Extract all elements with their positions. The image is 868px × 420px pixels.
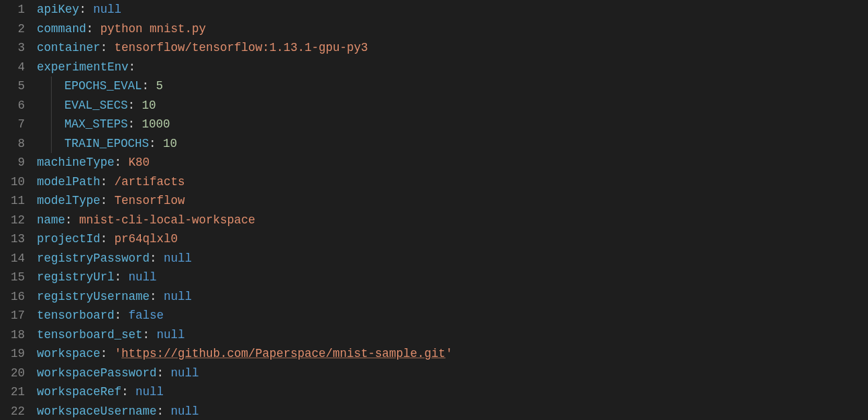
- code-line[interactable]: workspaceRef: null: [37, 382, 868, 402]
- code-line[interactable]: registryPassword: null: [37, 249, 868, 268]
- line-number: 7: [0, 115, 25, 134]
- yaml-key: apiKey: [37, 0, 79, 19]
- yaml-value-null: null: [164, 249, 192, 268]
- code-line[interactable]: EVAL_SECS: 10: [37, 96, 868, 115]
- yaml-value-null: null: [129, 268, 157, 287]
- colon: :: [142, 76, 156, 96]
- code-line[interactable]: container: tensorflow/tensorflow:1.13.1-…: [37, 38, 868, 58]
- colon: :: [101, 38, 115, 58]
- yaml-key: modelPath: [37, 172, 101, 192]
- line-number: 21: [0, 382, 25, 402]
- code-content[interactable]: apiKey: null command: python mnist.py co…: [37, 0, 868, 420]
- line-number: 16: [0, 287, 25, 307]
- line-number: 22: [0, 402, 25, 421]
- indent-guide-icon: [51, 115, 52, 134]
- yaml-key: machineType: [37, 153, 115, 172]
- line-number: 14: [0, 249, 25, 268]
- code-line[interactable]: EPOCHS_EVAL: 5: [37, 76, 868, 96]
- code-line[interactable]: projectId: pr64qlxl0: [37, 229, 868, 249]
- yaml-value-null: null: [93, 0, 121, 19]
- yaml-key: workspace: [37, 344, 101, 364]
- colon: :: [128, 115, 142, 134]
- colon: :: [143, 325, 157, 345]
- colon: :: [149, 134, 163, 154]
- yaml-value-string: python mnist.py: [101, 19, 207, 39]
- yaml-key: name: [37, 211, 65, 230]
- quote: ': [445, 344, 453, 364]
- code-line[interactable]: MAX_STEPS: 1000: [37, 115, 868, 134]
- colon: :: [87, 19, 101, 39]
- yaml-key: registryUrl: [37, 268, 115, 287]
- yaml-value-string: mnist-cli-local-workspace: [79, 211, 256, 230]
- yaml-value-number: 10: [142, 96, 156, 115]
- code-line[interactable]: workspaceUsername: null: [37, 402, 868, 421]
- yaml-key: TRAIN_EPOCHS: [64, 134, 149, 154]
- yaml-value-number: 5: [156, 76, 164, 96]
- yaml-value-bool: false: [129, 306, 164, 325]
- code-line[interactable]: experimentEnv:: [37, 58, 868, 77]
- yaml-key: command: [37, 19, 87, 39]
- line-number: 12: [0, 211, 25, 230]
- code-line[interactable]: workspacePassword: null: [37, 364, 868, 383]
- yaml-value-string: tensorflow/tensorflow:1.13.1-gpu-py3: [115, 38, 368, 58]
- colon: :: [101, 229, 115, 249]
- indent-guide-icon: [51, 76, 52, 96]
- code-line[interactable]: modelPath: /artifacts: [37, 172, 868, 192]
- code-line[interactable]: workspace: 'https://github.com/Paperspac…: [37, 344, 868, 364]
- yaml-key: tensorboard_set: [37, 325, 143, 345]
- code-line[interactable]: apiKey: null: [37, 0, 868, 19]
- code-line[interactable]: tensorboard_set: null: [37, 325, 868, 345]
- line-number: 5: [0, 76, 25, 96]
- yaml-value-string: pr64qlxl0: [115, 229, 178, 249]
- colon: :: [121, 382, 135, 402]
- code-line[interactable]: tensorboard: false: [37, 306, 868, 325]
- line-number: 18: [0, 325, 25, 345]
- line-number-gutter: 1 2 3 4 5 6 7 8 9 10 11 12 13 14 15 16 1…: [0, 0, 37, 420]
- yaml-key: workspaceRef: [37, 382, 121, 402]
- yaml-value-string: /artifacts: [115, 172, 185, 192]
- yaml-key: MAX_STEPS: [64, 115, 128, 134]
- yaml-key: modelType: [37, 191, 101, 211]
- line-number: 3: [0, 38, 25, 58]
- colon: :: [157, 402, 171, 421]
- yaml-key: experimentEnv: [37, 58, 129, 77]
- yaml-key: projectId: [37, 229, 101, 249]
- yaml-key: EVAL_SECS: [64, 96, 128, 115]
- line-number: 19: [0, 344, 25, 364]
- code-line[interactable]: name: mnist-cli-local-workspace: [37, 211, 868, 230]
- code-line[interactable]: registryUsername: null: [37, 287, 868, 307]
- line-number: 11: [0, 191, 25, 211]
- yaml-value-string: K80: [129, 153, 150, 172]
- code-line[interactable]: TRAIN_EPOCHS: 10: [37, 134, 868, 154]
- yaml-key: EPOCHS_EVAL: [64, 76, 142, 96]
- colon: :: [157, 364, 171, 383]
- colon: :: [115, 268, 129, 287]
- code-editor[interactable]: 1 2 3 4 5 6 7 8 9 10 11 12 13 14 15 16 1…: [0, 0, 868, 420]
- colon: :: [128, 96, 142, 115]
- line-number: 17: [0, 306, 25, 325]
- line-number: 4: [0, 58, 25, 77]
- indent-guide-icon: [51, 96, 52, 115]
- colon: :: [65, 211, 79, 230]
- yaml-value-null: null: [135, 382, 164, 402]
- line-number: 6: [0, 96, 25, 115]
- yaml-value-number: 1000: [142, 115, 170, 134]
- code-line[interactable]: machineType: K80: [37, 153, 868, 172]
- colon: :: [150, 249, 164, 268]
- code-line[interactable]: command: python mnist.py: [37, 19, 868, 39]
- indent-guide-icon: [51, 134, 52, 154]
- yaml-key: workspaceUsername: [37, 402, 157, 421]
- line-number: 1: [0, 0, 25, 19]
- yaml-value-link[interactable]: https://github.com/Paperspace/mnist-samp…: [121, 344, 445, 364]
- line-number: 13: [0, 229, 25, 249]
- colon: :: [115, 153, 129, 172]
- code-line[interactable]: modelType: Tensorflow: [37, 191, 868, 211]
- line-number: 8: [0, 134, 25, 154]
- code-line[interactable]: registryUrl: null: [37, 268, 868, 287]
- yaml-value-null: null: [164, 287, 192, 307]
- yaml-key: container: [37, 38, 101, 58]
- quote: ': [115, 344, 122, 364]
- yaml-value-string: Tensorflow: [115, 191, 185, 211]
- yaml-key: registryUsername: [37, 287, 150, 307]
- yaml-value-null: null: [157, 325, 185, 345]
